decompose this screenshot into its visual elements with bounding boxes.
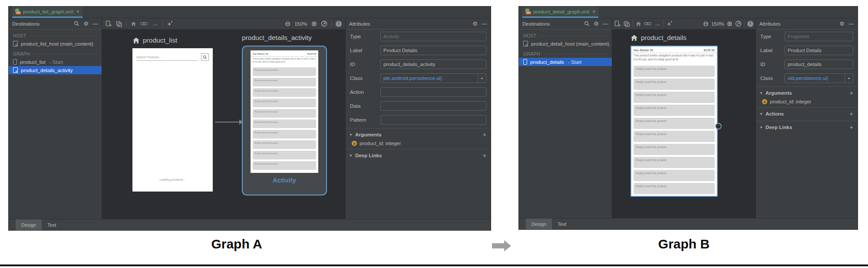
destination-item-product-details-activity[interactable]: product_details_activity <box>9 66 102 74</box>
deep-links-section-header[interactable]: ▼ Deep Links + <box>756 121 858 133</box>
destination-item-host[interactable]: product_detail_host (main_content) <box>519 40 612 48</box>
id-field[interactable] <box>785 60 853 69</box>
tab-text[interactable]: Text <box>552 218 572 229</box>
actions-section-header[interactable]: ▼ Actions + <box>756 107 858 119</box>
issues-icon[interactable]: ! <box>747 21 753 27</box>
add-action-button[interactable]: + <box>850 110 853 117</box>
product-details-preview[interactable]: Nav Blaster 5k $199.99 This product buil… <box>630 46 718 197</box>
zoom-in-icon[interactable]: ⊕ <box>311 20 317 28</box>
zoom-out-icon[interactable]: ⊖ <box>703 20 709 28</box>
class-combo-value[interactable]: oid.persistence.ui) <box>785 73 845 83</box>
new-destination-icon[interactable] <box>106 20 112 27</box>
argument-item[interactable]: a product_id: integer <box>346 140 491 148</box>
activity-frame[interactable]: Nav Blaster 5k $199.99 This product buil… <box>242 46 327 195</box>
minimize-icon[interactable]: — <box>603 21 608 26</box>
product-details-preview: Nav Blaster 5k $199.99 This product buil… <box>251 50 318 173</box>
tab-close-icon[interactable]: × <box>592 9 595 15</box>
graph-a-screenshot: <> product_list_graph.xml × Destinations… <box>9 7 491 230</box>
label-field[interactable] <box>380 46 486 55</box>
action-field-label: Action <box>350 89 377 95</box>
add-argument-button[interactable]: + <box>850 89 853 96</box>
destination-label: product_detail_host (main_content) <box>531 41 609 46</box>
gear-icon[interactable]: ⚙ <box>839 21 845 26</box>
expander-icon: ▼ <box>349 154 353 158</box>
review-row: Really loved this product <box>253 119 316 128</box>
add-argument-button[interactable]: + <box>483 131 486 138</box>
deep-link-icon[interactable] <box>140 21 148 26</box>
data-field-label: Data <box>350 103 377 109</box>
action-field[interactable] <box>380 87 486 97</box>
home-toolbar-icon[interactable] <box>636 21 641 26</box>
deep-link-icon[interactable] <box>644 21 651 26</box>
graph-section-header: GRAPH <box>519 48 612 58</box>
preview-product-description: This product builds navigation products … <box>631 53 717 64</box>
class-combo[interactable]: ple.android.persistence.ui) ▼ <box>380 73 486 83</box>
review-row: Really loved this product <box>253 151 316 159</box>
minimize-icon[interactable]: — <box>482 21 487 26</box>
screen-product-details[interactable]: product_details Nav Blaster 5k $199.99 T… <box>630 34 718 197</box>
arguments-section-header[interactable]: ▼ Arguments + <box>756 86 858 99</box>
nested-graph-icon[interactable] <box>116 21 122 27</box>
canvas-toolbar: → ⊖ 150% ⊕ ! <box>612 18 756 30</box>
class-field-label: Class <box>350 76 377 81</box>
gear-icon[interactable]: ⚙ <box>83 21 89 26</box>
tab-text[interactable]: Text <box>42 219 62 230</box>
destination-item-host[interactable]: product_list_host (main_content) <box>9 40 102 48</box>
action-connection-handle[interactable] <box>715 123 722 129</box>
tab-design[interactable]: Design <box>16 219 42 230</box>
zoom-to-fit-icon[interactable] <box>321 20 327 27</box>
review-row: Really loved this product <box>634 79 715 90</box>
tab-close-icon[interactable]: × <box>76 9 79 15</box>
label-field[interactable] <box>785 46 853 55</box>
id-field[interactable] <box>380 60 486 69</box>
auto-arrange-icon[interactable] <box>667 20 673 27</box>
add-deep-link-button[interactable]: + <box>483 152 486 159</box>
search-icon[interactable] <box>74 21 79 26</box>
gear-icon[interactable]: ⚙ <box>472 21 478 26</box>
editor-tab-product-list-graph[interactable]: <> product_list_graph.xml × <box>12 7 83 18</box>
zoom-to-fit-icon[interactable] <box>735 20 742 27</box>
screen-title: product_details_activity <box>242 34 327 42</box>
screen-product-list[interactable]: product_list Search Products... Loading … <box>132 36 213 192</box>
destination-label: product_details_activity <box>21 68 73 73</box>
tab-title: product_detail_graph.xml <box>533 9 589 14</box>
auto-arrange-icon[interactable] <box>167 20 173 27</box>
action-arrow-icon[interactable]: → <box>152 20 158 28</box>
review-row: Really loved this product <box>634 183 715 194</box>
tab-design[interactable]: Design <box>526 218 552 229</box>
nav-host-icon <box>13 41 18 46</box>
destination-item-product-list[interactable]: product_list - Start <box>9 58 102 66</box>
new-destination-icon[interactable] <box>614 20 621 27</box>
chevron-down-icon[interactable]: ▼ <box>478 73 486 83</box>
add-deep-link-button[interactable]: + <box>850 124 853 131</box>
home-toolbar-icon[interactable] <box>131 21 136 26</box>
data-field[interactable] <box>380 101 486 111</box>
action-arrow-icon[interactable]: → <box>654 20 661 28</box>
chevron-down-icon[interactable]: ▼ <box>845 73 853 83</box>
destinations-title: Destinations <box>12 21 74 26</box>
search-icon[interactable] <box>584 21 590 26</box>
nested-graph-icon[interactable] <box>624 21 630 27</box>
editor-mode-tabs: Design Text <box>9 219 491 230</box>
issues-icon[interactable]: ! <box>336 21 342 27</box>
preview-product-description: This product builds navigation products … <box>251 56 318 66</box>
class-combo[interactable]: oid.persistence.ui) ▼ <box>785 73 853 83</box>
type-field[interactable] <box>380 32 486 41</box>
screen-product-details-activity[interactable]: product_details_activity Nav Blaster 5k … <box>242 34 327 195</box>
deep-links-section-header[interactable]: ▼ Deep Links + <box>346 149 491 161</box>
minimize-icon[interactable]: — <box>848 21 854 26</box>
gear-icon[interactable]: ⚙ <box>594 21 599 26</box>
pattern-field[interactable] <box>380 115 486 125</box>
zoom-in-icon[interactable]: ⊕ <box>727 20 733 28</box>
destination-item-product-details[interactable]: product_details - Start <box>519 58 612 66</box>
preview-product-price: $199.99 <box>307 53 316 55</box>
editor-tab-product-detail-graph[interactable]: <> product_detail_graph.xml × <box>522 7 598 18</box>
type-field[interactable] <box>785 32 853 41</box>
graph-section-header: GRAPH <box>9 48 102 58</box>
arguments-section-header[interactable]: ▼ Arguments + <box>346 128 491 140</box>
argument-item[interactable]: a product_id: integer <box>756 99 858 106</box>
zoom-out-icon[interactable]: ⊖ <box>285 20 290 28</box>
navigation-action-arrow[interactable] <box>215 122 239 122</box>
minimize-icon[interactable]: — <box>92 21 98 26</box>
class-combo-value[interactable]: ple.android.persistence.ui) <box>380 73 478 83</box>
